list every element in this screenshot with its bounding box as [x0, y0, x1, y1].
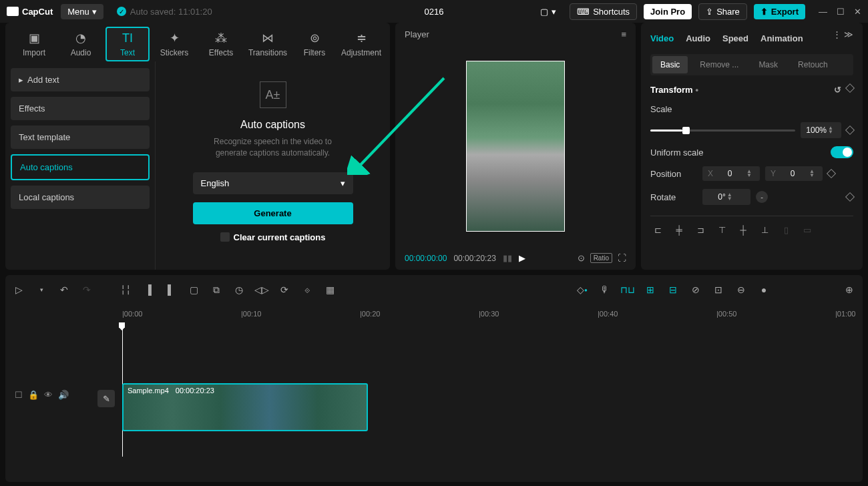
language-select[interactable]: English ▾ — [193, 172, 353, 194]
position-y-field[interactable]: Y0▲▼ — [765, 166, 823, 181]
snap-tool[interactable]: ⊓⊔ — [621, 283, 634, 296]
layout-button[interactable]: ▢▾ — [533, 4, 563, 19]
position-keyframe[interactable] — [827, 169, 836, 178]
generate-button[interactable]: Generate — [193, 202, 353, 224]
magnet-tool[interactable]: ◇● — [576, 283, 589, 296]
timecode-current: 00:00:00:00 — [405, 254, 447, 263]
keyboard-icon: ⌨ — [577, 7, 590, 17]
zoom-out-tool[interactable]: ⊖ — [734, 283, 748, 296]
align-center-v-icon[interactable]: ┼ — [736, 223, 750, 236]
uniform-scale-toggle[interactable] — [831, 146, 853, 158]
align-center-h-icon[interactable]: ╪ — [672, 223, 686, 236]
compare-icon[interactable]: ▮▮ — [503, 253, 512, 263]
copy-tool[interactable]: ⧉ — [210, 283, 223, 296]
player-menu-icon[interactable]: ≡ — [621, 29, 626, 39]
track-select-icon[interactable]: ☐ — [15, 390, 23, 400]
zoom-slider[interactable]: ● — [757, 283, 771, 296]
trim-left-tool[interactable]: ▐ — [142, 283, 155, 296]
category-transitions[interactable]: ⋈Transitions — [246, 27, 290, 61]
scan-text-icon: A± — [260, 81, 286, 108]
zoom-in-tool[interactable]: ⊕ — [843, 283, 856, 296]
close-button[interactable]: ✕ — [854, 7, 861, 17]
shortcuts-button[interactable]: ⌨ Shortcuts — [570, 3, 637, 20]
tab-video[interactable]: Video — [650, 29, 674, 47]
category-stickers[interactable]: ✦Stickers — [152, 27, 196, 61]
text-icon: TI — [120, 31, 135, 45]
select-tool[interactable]: ▷ — [12, 283, 25, 296]
reset-icon[interactable]: ↺ — [834, 85, 841, 95]
menu-button[interactable]: Menu ▾ — [61, 4, 103, 19]
align-top-icon[interactable]: ⊤ — [714, 223, 729, 236]
undo-button[interactable]: ↶ — [57, 283, 71, 296]
rotate-tool[interactable]: ⟳ — [278, 283, 291, 296]
subtab-remove[interactable]: Remove ... — [692, 56, 746, 73]
redo-button[interactable]: ↷ — [80, 283, 93, 296]
scale-slider[interactable] — [650, 130, 795, 132]
scale-icon[interactable]: ⊙ — [578, 253, 585, 263]
category-effects[interactable]: ⁂Effects — [199, 27, 243, 61]
track-lock-icon[interactable]: 🔒 — [28, 390, 39, 400]
align-bottom-icon[interactable]: ⊥ — [757, 223, 772, 236]
position-x-field[interactable]: X0▲▼ — [702, 166, 760, 181]
play-button[interactable]: ▶ — [519, 253, 525, 263]
join-pro-button[interactable]: Join Pro — [644, 4, 692, 19]
adjustment-icon: ≑ — [354, 31, 369, 45]
tabs-more-icon[interactable]: ⋮ ≫ — [833, 29, 853, 47]
crop-tool[interactable]: ⟐ — [300, 283, 314, 296]
scale-keyframe[interactable] — [845, 126, 855, 135]
video-preview[interactable] — [466, 61, 565, 232]
section-transform: Transform• ↺ — [650, 85, 853, 95]
keyframe-icon[interactable] — [845, 83, 855, 93]
mirror-tool[interactable]: ◁▷ — [255, 283, 268, 296]
sidebar-item-template[interactable]: Text template — [11, 126, 150, 149]
export-button[interactable]: ⬆ Export — [754, 4, 805, 19]
track-tool[interactable]: ⊡ — [712, 283, 725, 296]
share-button[interactable]: ⇪ Share — [698, 3, 747, 20]
marker-tool[interactable]: ⊟ — [666, 283, 680, 296]
category-import[interactable]: ▣Import — [12, 27, 56, 61]
category-text[interactable]: TIText — [105, 27, 150, 61]
maximize-button[interactable]: ☐ — [837, 7, 845, 17]
delete-tool[interactable]: ▢ — [187, 283, 200, 296]
minimize-button[interactable]: — — [819, 7, 827, 17]
align-left-icon[interactable]: ⊏ — [650, 223, 665, 236]
align-right-icon[interactable]: ⊐ — [693, 223, 708, 236]
timeline-ruler[interactable]: |00:00 |00:10 |00:20 |00:30 |00:40 |00:5… — [5, 304, 863, 323]
sidebar-item-effects[interactable]: Effects — [11, 97, 150, 120]
scale-value[interactable]: 100%▲▼ — [801, 122, 841, 138]
video-clip[interactable]: Sample.mp4 00:00:20:23 — [122, 383, 368, 431]
link-tool[interactable]: ⊞ — [644, 283, 657, 296]
ratio-button[interactable]: Ratio — [590, 253, 612, 263]
clear-captions-checkbox[interactable]: Clear current captions — [220, 232, 326, 242]
sidebar-item-addtext[interactable]: ▸ Add text — [11, 68, 150, 91]
category-audio[interactable]: ◔Audio — [59, 27, 103, 61]
distribute-h-icon[interactable]: ▯ — [779, 223, 793, 236]
category-adjustment[interactable]: ≑Adjustment — [339, 27, 383, 61]
rotate-value[interactable]: 0°▲▼ — [702, 189, 750, 205]
fullscreen-icon[interactable]: ⛶ — [618, 253, 626, 263]
tab-animation[interactable]: Animation — [761, 29, 803, 47]
track-edit-button[interactable]: ✎ — [97, 390, 115, 407]
align-toolbar: ⊏ ╪ ⊐ ⊤ ┼ ⊥ ▯ ▭ — [650, 216, 853, 236]
split-tool[interactable]: ╎╎ — [119, 283, 132, 296]
preview-tool[interactable]: ⊘ — [689, 283, 702, 296]
pro-tool[interactable]: ▦ — [323, 283, 337, 296]
subtab-basic[interactable]: Basic — [652, 56, 688, 73]
distribute-v-icon[interactable]: ▭ — [800, 223, 815, 236]
track-mute-icon[interactable]: 🔊 — [58, 390, 69, 400]
subtab-retouch[interactable]: Retouch — [790, 56, 836, 73]
rotate-dial[interactable]: - — [756, 191, 768, 203]
sidebar-item-auto-captions[interactable]: Auto captions — [11, 154, 150, 180]
timeline-tracks[interactable]: ☐ 🔒 👁 🔊 ✎ Sample.mp4 00:00:20:23 — [5, 323, 863, 482]
rotate-keyframe[interactable] — [845, 192, 855, 202]
sidebar-item-local-captions[interactable]: Local captions — [11, 186, 150, 209]
reverse-tool[interactable]: ◷ — [232, 283, 246, 296]
track-visible-icon[interactable]: 👁 — [44, 390, 53, 400]
trim-right-tool[interactable]: ▌ — [164, 283, 178, 296]
tab-speed[interactable]: Speed — [722, 29, 748, 47]
tab-audio[interactable]: Audio — [686, 29, 710, 47]
record-audio-tool[interactable]: 🎙 — [598, 283, 612, 296]
subtab-mask[interactable]: Mask — [750, 56, 786, 73]
select-dropdown[interactable]: ▾ — [35, 283, 48, 296]
category-filters[interactable]: ⊚Filters — [292, 27, 337, 61]
